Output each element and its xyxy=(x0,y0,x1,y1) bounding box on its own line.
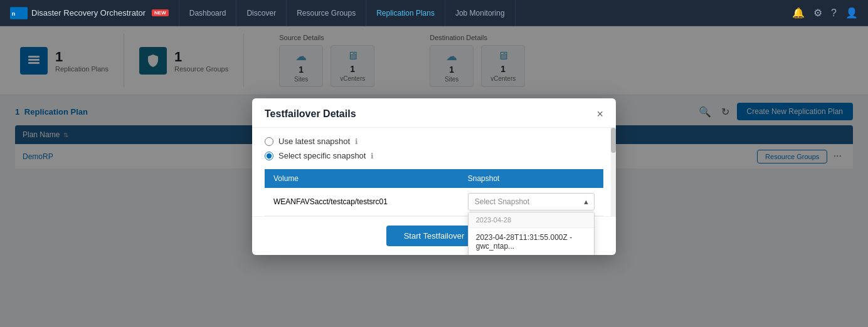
use-latest-label: Use latest snapshot xyxy=(278,137,350,146)
modal-title: Testfailover Details xyxy=(265,108,356,120)
select-specific-label: Select specific snapshot xyxy=(278,151,366,160)
snapshot-select[interactable]: Select Snapshot xyxy=(468,193,595,210)
snapshot-dropdown: 2023-04-28 2023-04-28T11:31:55.000Z - gw… xyxy=(468,212,595,255)
volume-name: WEANFAVSacct/testcap/testsrc01 xyxy=(273,197,388,206)
snapshot-select-container: Select Snapshot ▲ 2023-04-28 2023-04-28T… xyxy=(468,193,595,210)
snapshot-row: WEANFAVSacct/testcap/testsrc01 Select Sn… xyxy=(265,188,603,216)
bell-icon[interactable]: 🔔 xyxy=(792,7,805,19)
svg-text:n: n xyxy=(12,11,16,17)
nav-logo: n Disaster Recovery Orchestrator NEW xyxy=(10,7,169,19)
dropdown-item-0[interactable]: 2023-04-28T11:31:55.000Z - gwc_ntap... xyxy=(468,228,594,255)
help-icon[interactable]: ? xyxy=(831,8,837,19)
nav-item-job-monitoring[interactable]: Job Monitoring xyxy=(445,0,516,26)
modal-header: Testfailover Details × xyxy=(252,98,616,128)
use-latest-snapshot-option[interactable]: Use latest snapshot ℹ xyxy=(265,137,603,146)
select-specific-info-icon: ℹ xyxy=(371,152,374,160)
snapshot-radio-group: Use latest snapshot ℹ Select specific sn… xyxy=(265,137,603,160)
top-navigation: n Disaster Recovery Orchestrator NEW Das… xyxy=(0,0,868,26)
col-snapshot: Snapshot xyxy=(459,169,603,188)
nav-item-resource-groups[interactable]: Resource Groups xyxy=(287,0,366,26)
select-specific-snapshot-option[interactable]: Select specific snapshot ℹ xyxy=(265,151,603,160)
nav-items: Dashboard Discover Resource Groups Repli… xyxy=(179,0,792,26)
modal-close-button[interactable]: × xyxy=(596,108,603,120)
app-title: Disaster Recovery Orchestrator xyxy=(31,8,146,18)
nav-item-replication-plans[interactable]: Replication Plans xyxy=(366,0,445,26)
gear-icon[interactable]: ⚙ xyxy=(813,7,822,19)
main-content: 1 Replication Plans 1 Resource Groups So… xyxy=(0,26,868,327)
use-latest-info-icon: ℹ xyxy=(355,137,358,146)
modal-overlay: Testfailover Details × Use latest snapsh… xyxy=(0,26,868,327)
nav-right-icons: 🔔 ⚙ ? 👤 xyxy=(792,7,858,19)
netapp-logo-icon: n xyxy=(10,7,28,19)
new-badge: NEW xyxy=(152,9,169,16)
nav-item-dashboard[interactable]: Dashboard xyxy=(179,0,237,26)
modal-body: Use latest snapshot ℹ Select specific sn… xyxy=(252,128,616,216)
snapshot-cell: Select Snapshot ▲ 2023-04-28 2023-04-28T… xyxy=(459,188,603,216)
volume-cell: WEANFAVSacct/testcap/testsrc01 xyxy=(265,188,459,216)
dropdown-group-label: 2023-04-28 xyxy=(468,212,594,228)
snapshot-table: Volume Snapshot WEANFAVSacct/testcap/tes… xyxy=(265,169,603,216)
testfailover-modal: Testfailover Details × Use latest snapsh… xyxy=(252,98,616,255)
modal-scrollbar-thumb xyxy=(611,128,616,153)
user-icon[interactable]: 👤 xyxy=(845,7,858,19)
nav-item-discover[interactable]: Discover xyxy=(236,0,287,26)
modal-scrollbar[interactable] xyxy=(611,128,616,216)
col-volume: Volume xyxy=(265,169,459,188)
select-specific-radio[interactable] xyxy=(265,152,273,160)
use-latest-radio[interactable] xyxy=(265,137,273,146)
